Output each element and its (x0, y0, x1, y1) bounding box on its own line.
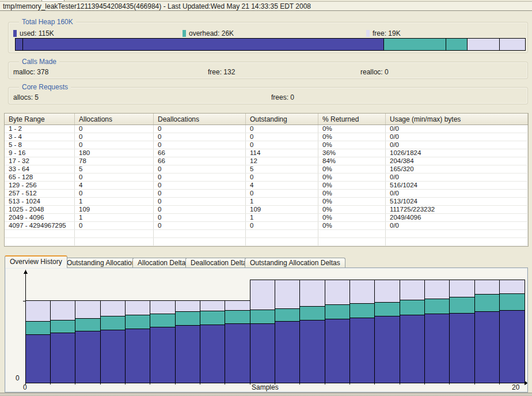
chart-bar-segment (50, 333, 75, 383)
stat-value: allocs: 5 (13, 93, 39, 101)
chart-bar-segment (225, 311, 250, 323)
tab-outstanding-allocations[interactable]: Outstanding Allocations (62, 258, 144, 268)
table-cell: 0% (318, 222, 386, 229)
table-cell: 1 - 2 (5, 125, 75, 133)
heap-bar-segment (383, 39, 446, 50)
stat-value: malloc: 378 (13, 68, 48, 76)
chart-bar-segment (25, 322, 50, 334)
chart-bar-segment (375, 302, 400, 316)
calls-made-title: Calls Made (19, 58, 59, 66)
chart-bar-segment (125, 329, 150, 383)
table-cell: 0% (318, 214, 386, 221)
chart-bar-segment (75, 318, 100, 331)
chart-bar-segment (200, 325, 225, 383)
x-axis-end-label: 20 (512, 383, 519, 391)
chart-bar-segment (300, 280, 325, 307)
column-header[interactable]: Allocations (75, 114, 154, 125)
chart-bar-segment (400, 315, 424, 383)
chart-bar-segment (425, 299, 450, 314)
column-header[interactable]: Usage (min/max) bytes (386, 114, 528, 125)
overview-history-chart (5, 268, 527, 392)
chart-bar-segment (500, 294, 525, 311)
chart-bar-segment (500, 280, 525, 294)
table-cell (318, 230, 386, 237)
table-cell: 84% (318, 157, 386, 165)
table-cell: 1 (75, 198, 154, 205)
chart-bar-segment (325, 319, 349, 383)
chart-bar-segment (400, 300, 424, 315)
table-row[interactable]: 2049 - 40961010%2049/4096 (5, 214, 528, 222)
table-cell: 33 - 64 (5, 165, 75, 173)
table-cell (246, 238, 318, 246)
chart-bar-segment (100, 330, 125, 383)
table-cell: 204/384 (386, 157, 528, 165)
heap-bar-segment (467, 39, 499, 50)
table-row[interactable]: 1 - 20000%0/0 (5, 125, 528, 133)
core-requests-title: Core Requests (19, 83, 71, 91)
table-cell: 0 (154, 190, 246, 197)
table-row[interactable]: 65 - 1280000%0/0 (5, 174, 528, 182)
table-cell: 0/0 (386, 133, 528, 141)
table-row[interactable]: 4097 - 42949672950000%0/0 (5, 222, 528, 230)
table-cell: 0% (318, 190, 386, 197)
tab-overview-history[interactable]: Overview History (5, 255, 67, 268)
table-cell: 0 (75, 133, 154, 141)
table-cell: 0 (75, 174, 154, 181)
table-row[interactable]: 9 - 161806611436%1026/1824 (5, 149, 528, 157)
table-row[interactable]: 17 - 3278661284%204/384 (5, 157, 528, 165)
stat-value: realloc: 0 (360, 68, 389, 76)
tab-outstanding-allocation-deltas[interactable]: Outstanding Allocation Deltas (245, 258, 345, 268)
y-axis-arrow-icon (24, 270, 28, 274)
chart-bar-segment (225, 323, 250, 383)
core-requests-group: Core Requests allocs: 5frees: 0 (8, 87, 528, 104)
table-row[interactable]: 5 - 80000%0/0 (5, 141, 528, 149)
table-cell: 0% (318, 141, 386, 149)
y-axis-origin-label: 0 (16, 374, 20, 382)
column-header[interactable]: % Returned (318, 114, 386, 125)
table-cell: 2049/4096 (386, 214, 528, 221)
heap-bar-segment (22, 39, 383, 50)
table-row[interactable]: 33 - 645050%165/320 (5, 165, 528, 174)
legend-label: used: 115K (20, 29, 54, 37)
table-cell (386, 238, 528, 246)
chart-bar-segment (474, 312, 499, 383)
window-bottom-edge (0, 393, 532, 396)
table-cell: 0 (154, 174, 246, 181)
table-cell: 17 - 32 (5, 157, 75, 165)
table-cell: 0 (154, 182, 246, 189)
table-row[interactable]: 1025 - 204810901090%111725/223232 (5, 206, 528, 214)
table-row[interactable]: 129 - 2564040%516/1024 (5, 182, 528, 190)
table-cell: 0 (75, 125, 154, 133)
table-row[interactable]: 257 - 5120000%0/0 (5, 190, 528, 198)
table-cell: 165/320 (386, 165, 528, 173)
chart-bar-segment (450, 313, 474, 383)
table-cell: 0 (154, 206, 246, 213)
table-cell: 65 - 128 (5, 174, 75, 181)
table-cell: 111725/223232 (386, 206, 528, 213)
chart-bar-segment (150, 301, 175, 314)
table-cell: 180 (75, 149, 154, 157)
table-row[interactable]: 513 - 10241010%513/1024 (5, 198, 528, 206)
chart-bar-segment (175, 312, 200, 325)
chart-bar-segment (100, 301, 125, 316)
chart-bar-segment (450, 297, 474, 313)
column-header[interactable]: Outstanding (246, 114, 318, 125)
column-header[interactable]: Deallocations (154, 114, 246, 125)
table-cell: 4097 - 4294967295 (5, 222, 75, 229)
table-cell: 114 (246, 149, 318, 157)
table-cell: 0% (318, 182, 386, 189)
table-cell: 66 (154, 149, 246, 157)
table-cell (154, 238, 246, 246)
column-header[interactable]: Byte Range (5, 114, 75, 125)
table-cell: 1026/1824 (386, 149, 528, 157)
table-cell: 0 (154, 222, 246, 229)
table-row[interactable]: 3 - 40000%0/0 (5, 133, 528, 141)
chart-bar-segment (150, 314, 175, 327)
chart-bar-segment (474, 280, 499, 295)
chart-bar-segment (425, 314, 450, 383)
heap-legend-item: used: 115K (13, 29, 54, 37)
view-title-bar: tmp/memory_leakTester121139454208435(466… (0, 1, 532, 11)
table-cell: 36% (318, 149, 386, 157)
chart-bar-segment (300, 307, 325, 320)
table-cell: 0 (154, 141, 246, 149)
